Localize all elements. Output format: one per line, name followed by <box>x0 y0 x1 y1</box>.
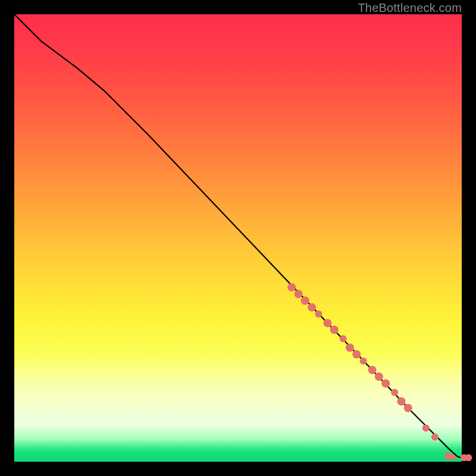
attribution-label: TheBottleneck.com <box>358 1 462 15</box>
data-point <box>381 379 390 387</box>
data-point <box>368 366 377 374</box>
data-point <box>323 319 331 327</box>
data-point <box>397 397 406 406</box>
data-point <box>391 389 398 396</box>
data-point <box>346 343 354 352</box>
scatter-group <box>287 283 472 462</box>
data-point <box>295 290 303 298</box>
data-point <box>340 335 347 342</box>
data-point <box>308 303 316 312</box>
data-point <box>352 350 361 359</box>
chart-frame: TheBottleneck.com <box>0 0 476 476</box>
data-point <box>301 296 309 305</box>
data-point <box>287 283 296 292</box>
data-point <box>360 358 367 365</box>
chart-overlay <box>14 14 462 462</box>
data-point <box>422 425 430 432</box>
data-point <box>375 372 383 381</box>
data-point <box>330 325 339 334</box>
data-point <box>404 404 412 412</box>
data-point <box>465 454 472 461</box>
data-point <box>450 455 456 461</box>
plot-area <box>14 14 462 462</box>
data-point <box>315 311 322 318</box>
data-point <box>431 434 439 441</box>
